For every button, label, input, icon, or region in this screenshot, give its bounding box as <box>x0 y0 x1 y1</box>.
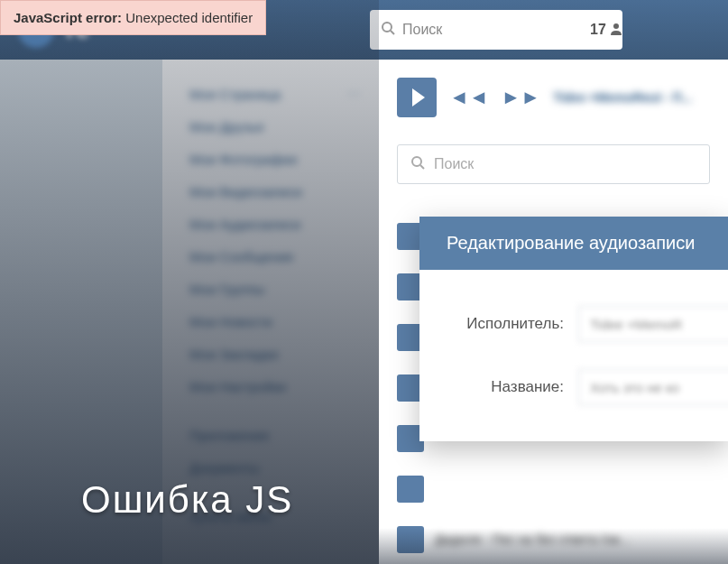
svg-line-1 <box>391 31 394 34</box>
edit-audio-modal: Редактирование аудиозаписи Исполнитель: … <box>419 217 728 441</box>
track-title: Tidee ×MemoReut - П... <box>553 90 710 105</box>
artist-row: Исполнитель: <box>447 306 701 342</box>
sidebar-item[interactable]: Мои Группы <box>189 273 379 305</box>
mini-play-icon[interactable] <box>397 476 424 503</box>
sidebar-item[interactable]: Мои Видеозаписи <box>189 175 379 208</box>
sidebar-item[interactable]: Мои Друзья <box>189 110 379 143</box>
sidebar-item[interactable]: Приложения <box>189 419 379 451</box>
search-input[interactable] <box>402 22 583 38</box>
title-label: Название: <box>447 378 564 396</box>
audio-search-input[interactable] <box>434 156 696 172</box>
error-label: JavaScript error: <box>14 10 122 25</box>
sidebar-item[interactable]: Мои Сообщения <box>189 240 379 273</box>
sidebar-item[interactable]: Мои Настройки <box>189 370 379 402</box>
error-message: Unexpected identifier <box>125 10 253 25</box>
modal-title: Редактирование аудиозаписи <box>419 217 728 270</box>
search-count: 17 <box>590 22 622 38</box>
overlay-caption: Ошибка JS <box>81 478 293 522</box>
sidebar-item[interactable]: Мои Аудиозаписи <box>189 208 379 240</box>
search-icon <box>410 155 425 173</box>
title-row: Название: <box>447 369 701 405</box>
audio-row[interactable] <box>397 473 710 505</box>
play-icon <box>412 88 425 106</box>
svg-point-3 <box>412 157 421 166</box>
mini-play-icon[interactable] <box>397 526 424 553</box>
js-error-banner: JavaScript error: Unexpected identifier <box>0 0 266 35</box>
audio-player: ◄◄ ►► Tidee ×MemoReut - П... <box>397 78 710 117</box>
header-search[interactable]: 17 <box>370 10 622 50</box>
sidebar-item[interactable]: Мои Закладки <box>189 337 379 370</box>
sidebar-item[interactable]: Мои Новости <box>189 305 379 337</box>
artist-input[interactable] <box>578 306 728 342</box>
people-icon <box>610 23 622 38</box>
sidebar-item[interactable]: Мои Фотографии <box>189 143 379 175</box>
svg-point-0 <box>382 23 392 32</box>
audio-row[interactable]: Дидюля - Пес на без ответа /ож... <box>397 523 710 556</box>
prev-button[interactable]: ◄◄ <box>449 86 489 109</box>
title-input[interactable] <box>578 369 728 405</box>
audio-search[interactable] <box>397 144 710 184</box>
modal-body: Исполнитель: Название: <box>419 270 728 441</box>
sidebar-item[interactable]: Моя Страница <box>189 78 379 110</box>
artist-label: Исполнитель: <box>447 315 564 333</box>
svg-line-4 <box>420 165 424 169</box>
next-button[interactable]: ►► <box>502 86 541 109</box>
play-button[interactable] <box>397 78 437 117</box>
svg-point-2 <box>613 23 619 29</box>
search-icon <box>381 21 395 39</box>
